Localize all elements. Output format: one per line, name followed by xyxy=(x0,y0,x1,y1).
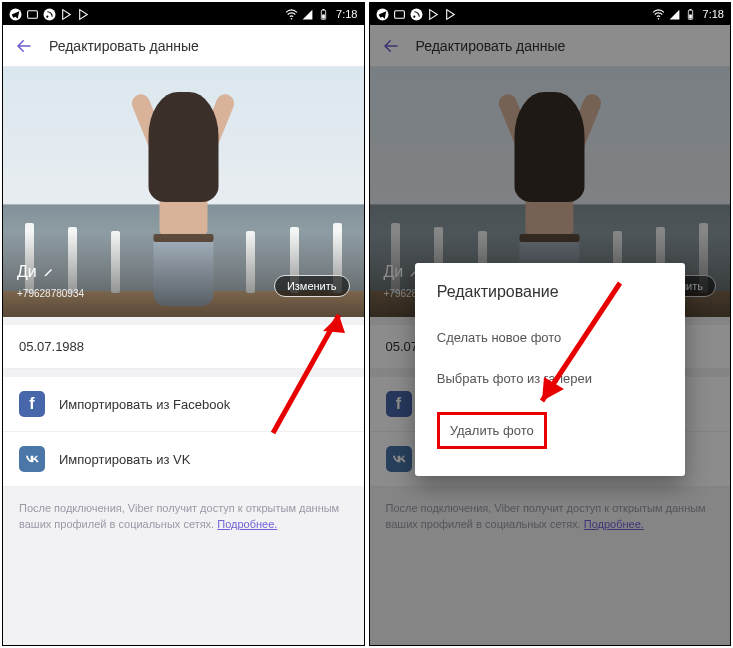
status-time: 7:18 xyxy=(703,8,724,20)
wifi-icon xyxy=(652,8,665,21)
svg-rect-17 xyxy=(689,14,692,18)
svg-point-4 xyxy=(291,18,293,20)
battery-icon xyxy=(684,8,697,21)
import-vk-row[interactable]: Импортировать из VK xyxy=(3,432,364,487)
status-bar: 7:18 xyxy=(3,3,364,25)
play-icon xyxy=(60,8,73,21)
play-icon xyxy=(427,8,440,21)
dialog-delete-photo[interactable]: Удалить фото xyxy=(437,399,663,462)
viber-icon xyxy=(410,8,423,21)
svg-rect-7 xyxy=(322,14,325,18)
import-vk-label: Импортировать из VK xyxy=(59,452,190,467)
signal-icon xyxy=(668,8,681,21)
svg-point-12 xyxy=(410,8,422,20)
dialog-take-photo[interactable]: Сделать новое фото xyxy=(437,317,663,358)
app-header: Редактировать данные xyxy=(3,25,364,67)
status-bar: 7:18 xyxy=(370,3,731,25)
edit-photo-dialog: Редактирование Сделать новое фото Выбрат… xyxy=(415,263,685,476)
svg-rect-16 xyxy=(689,9,691,10)
facebook-icon: f xyxy=(19,391,45,417)
profile-photo: Ди +79628780934 Изменить xyxy=(3,67,364,317)
header-title: Редактировать данные xyxy=(49,38,199,54)
tab-icon xyxy=(393,8,406,21)
dialog-choose-gallery[interactable]: Выбрать фото из галереи xyxy=(437,358,663,399)
change-photo-button[interactable]: Изменить xyxy=(274,275,350,297)
tab-icon xyxy=(26,8,39,21)
profile-name-text: Ди xyxy=(17,263,37,281)
profile-phone: +79628780934 xyxy=(17,288,84,299)
telegram-icon xyxy=(376,8,389,21)
pencil-icon xyxy=(43,266,55,278)
svg-point-3 xyxy=(46,15,48,17)
wifi-icon xyxy=(285,8,298,21)
footer-text: После подключения, Viber получит доступ … xyxy=(3,487,364,547)
telegram-icon xyxy=(9,8,22,21)
viber-icon xyxy=(43,8,56,21)
import-facebook-label: Импортировать из Facebook xyxy=(59,397,230,412)
import-facebook-row[interactable]: f Импортировать из Facebook xyxy=(3,377,364,432)
svg-rect-11 xyxy=(394,10,404,18)
phone-screen-right: 7:18 Редактировать данные Ди +7962878093… xyxy=(369,2,732,646)
battery-icon xyxy=(317,8,330,21)
dialog-title: Редактирование xyxy=(437,283,663,301)
svg-rect-6 xyxy=(322,9,324,10)
signal-icon xyxy=(301,8,314,21)
svg-point-2 xyxy=(44,8,56,20)
highlight-box: Удалить фото xyxy=(437,412,547,449)
play-icon xyxy=(444,8,457,21)
svg-point-14 xyxy=(657,18,659,20)
birthday-row[interactable]: 05.07.1988 xyxy=(3,325,364,369)
footer-more-link[interactable]: Подробнее. xyxy=(217,518,277,530)
svg-rect-1 xyxy=(28,10,38,18)
phone-screen-left: 7:18 Редактировать данные Ди +7962878093… xyxy=(2,2,365,646)
vk-icon xyxy=(19,446,45,472)
back-arrow-icon[interactable] xyxy=(15,37,33,55)
svg-point-13 xyxy=(413,15,415,17)
play-icon xyxy=(77,8,90,21)
status-time: 7:18 xyxy=(336,8,357,20)
profile-name[interactable]: Ди xyxy=(17,263,55,281)
